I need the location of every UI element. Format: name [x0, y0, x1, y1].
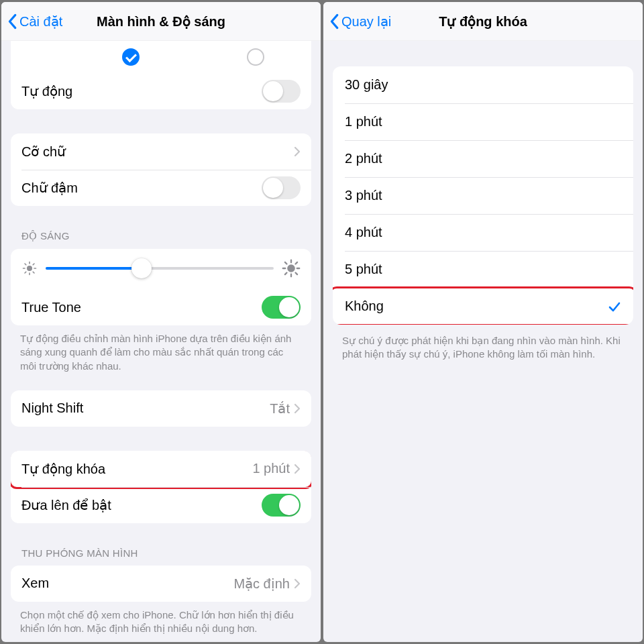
text-size-label: Cỡ chữ	[21, 144, 66, 160]
autolock-option[interactable]: Không	[333, 288, 633, 325]
autolock-footer: Sự chú ý được phát hiện khi bạn đang nhì…	[323, 325, 643, 362]
chevron-left-icon	[7, 13, 17, 30]
navbar: Cài đặt Màn hình & Độ sáng	[1, 2, 321, 41]
screen-auto-lock: Quay lại Tự động khóa 30 giây1 phút2 phú…	[323, 2, 643, 642]
raise-to-wake-label: Đưa lên để bật	[21, 497, 111, 513]
back-label: Quay lại	[341, 13, 391, 30]
chevron-right-icon	[294, 146, 301, 157]
autolock-option-label: 1 phút	[345, 114, 382, 129]
svg-line-8	[33, 264, 34, 265]
zoom-row[interactable]: Xem Mặc định	[11, 566, 311, 602]
sun-max-icon	[282, 259, 301, 278]
truetone-toggle[interactable]	[262, 296, 301, 319]
zoom-header: THU PHÓNG MÀN HÌNH	[1, 547, 321, 566]
brightness-slider-row	[11, 249, 311, 289]
page-title: Màn hình & Độ sáng	[97, 13, 225, 30]
auto-appearance-toggle[interactable]	[262, 80, 301, 103]
zoom-value: Mặc định	[233, 576, 290, 592]
autolock-option[interactable]: 5 phút	[333, 251, 633, 288]
back-button[interactable]: Quay lại	[329, 2, 391, 40]
nightshift-group: Night Shift Tắt	[11, 390, 311, 427]
chevron-right-icon	[294, 578, 301, 589]
zoom-label: Xem	[21, 576, 49, 591]
truetone-row[interactable]: True Tone	[11, 289, 311, 325]
raise-to-wake-row[interactable]: Đưa lên để bật	[11, 487, 311, 523]
svg-line-15	[296, 273, 298, 275]
svg-line-6	[33, 272, 34, 273]
autolock-label: Tự động khóa	[21, 461, 105, 477]
truetone-footer: Tự động điều chỉnh màn hình iPhone dựa t…	[1, 325, 321, 373]
nightshift-label: Night Shift	[21, 400, 83, 416]
truetone-label: True Tone	[21, 300, 81, 315]
text-size-row[interactable]: Cỡ chữ	[11, 133, 311, 170]
appearance-radio-light[interactable]	[122, 48, 140, 66]
appearance-radio-dark[interactable]	[247, 48, 264, 66]
svg-line-7	[25, 272, 26, 273]
chevron-left-icon	[329, 13, 339, 30]
zoom-group: Xem Mặc định	[11, 566, 311, 602]
autolock-option-label: 3 phút	[345, 188, 382, 203]
autolock-option-label: 30 giây	[345, 77, 388, 93]
autolock-options: 30 giây1 phút2 phút3 phút4 phút5 phútKhô…	[333, 66, 633, 325]
svg-line-5	[25, 264, 26, 265]
zoom-footer: Chọn một chế độ xem cho iPhone. Chữ lớn …	[1, 602, 321, 636]
autolock-option[interactable]: 3 phút	[333, 177, 633, 214]
autolock-option-label: Không	[345, 299, 384, 314]
raise-to-wake-toggle[interactable]	[262, 494, 301, 517]
autolock-option-label: 2 phút	[345, 151, 382, 166]
svg-point-0	[27, 266, 32, 271]
autolock-value: 1 phút	[252, 461, 290, 476]
nightshift-value: Tắt	[270, 400, 290, 417]
svg-line-17	[296, 262, 298, 264]
bold-text-label: Chữ đậm	[21, 180, 78, 196]
back-button[interactable]: Cài đặt	[7, 2, 62, 40]
svg-point-9	[287, 264, 295, 272]
lock-group: Tự động khóa 1 phút Đưa lên để bật	[11, 451, 311, 523]
check-icon	[608, 300, 621, 313]
back-label: Cài đặt	[19, 13, 62, 30]
text-group: Cỡ chữ Chữ đậm	[11, 133, 311, 206]
autolock-option-label: 4 phút	[345, 225, 382, 240]
navbar: Quay lại Tự động khóa	[323, 2, 643, 41]
chevron-right-icon	[294, 403, 301, 414]
autolock-option[interactable]: 2 phút	[333, 140, 633, 177]
bold-text-row[interactable]: Chữ đậm	[11, 170, 311, 206]
brightness-header: ĐỘ SÁNG	[1, 230, 321, 249]
screen-display-brightness: Cài đặt Màn hình & Độ sáng Tự động	[1, 2, 321, 642]
bold-text-toggle[interactable]	[262, 176, 301, 199]
svg-line-16	[285, 273, 287, 275]
auto-appearance-row[interactable]: Tự động	[11, 73, 311, 109]
brightness-slider[interactable]	[46, 257, 274, 280]
autolock-option-label: 5 phút	[345, 262, 382, 277]
autolock-option[interactable]: 1 phút	[333, 103, 633, 140]
brightness-group: True Tone	[11, 249, 311, 325]
sun-min-icon	[21, 260, 38, 276]
autolock-row[interactable]: Tự động khóa 1 phút	[11, 451, 311, 487]
appearance-group-cutoff: Tự động	[11, 41, 311, 109]
chevron-right-icon	[294, 464, 301, 474]
autolock-option[interactable]: 4 phút	[333, 214, 633, 251]
autolock-option[interactable]: 30 giây	[333, 66, 633, 103]
nightshift-row[interactable]: Night Shift Tắt	[11, 390, 311, 427]
appearance-radio-row	[11, 41, 311, 73]
auto-appearance-label: Tự động	[21, 83, 72, 99]
svg-line-14	[285, 262, 287, 264]
page-title: Tự động khóa	[439, 13, 527, 30]
